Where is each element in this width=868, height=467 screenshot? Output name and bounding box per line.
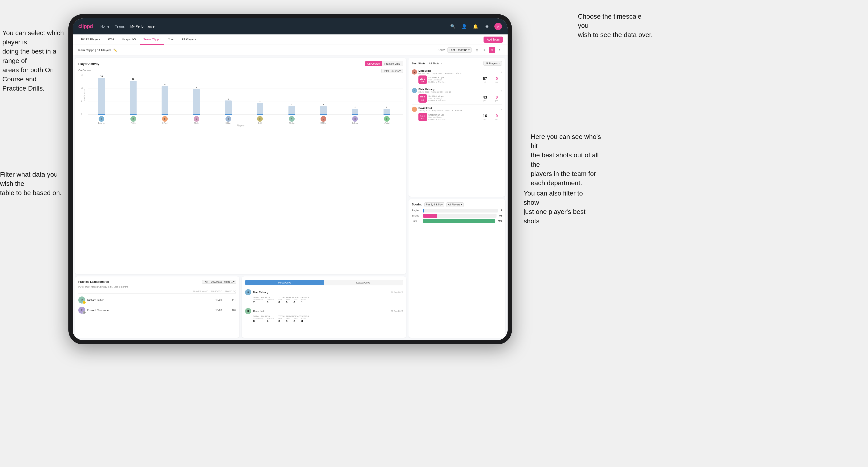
tab-team-clippd[interactable]: Team Clippd	[140, 34, 164, 45]
chevron-right-icon-2[interactable]: ›	[501, 107, 502, 111]
practice-player-info-0: R 1 Richard Butler	[78, 297, 208, 304]
shot-player-row-0: M Matt Miller 09 Jun 2023 · Royal North …	[412, 69, 502, 74]
chevron-right-icon-1[interactable]: ›	[501, 89, 502, 92]
show-label: Show:	[437, 49, 445, 52]
player-avatar-7[interactable]: M	[320, 116, 326, 122]
user-avatar[interactable]: A	[494, 23, 502, 30]
nav-teams[interactable]: Teams	[115, 25, 125, 28]
activity-toggle: On Course Practice Drills	[365, 61, 403, 66]
chart-section-title: On Course	[78, 69, 91, 72]
player-avatar-item-7: M M.Miller	[310, 116, 337, 124]
practice-dropdown[interactable]: PUTT Must Make Putting ... ▾	[202, 280, 236, 284]
shot-item-1[interactable]: B Blair McHarg 23 Jul 2023 · Aldridge GC…	[412, 86, 502, 105]
nav-my-performance[interactable]: My Performance	[130, 25, 154, 28]
rank-badge-1: 1	[83, 301, 86, 304]
shot-badge-0: 200 SG	[418, 75, 427, 84]
scoring-players-dropdown[interactable]: All Players ▾	[446, 203, 464, 207]
bar-3	[193, 89, 200, 115]
shot-item-2[interactable]: D David Ford 24 Aug 2023 · Royal North D…	[412, 105, 502, 123]
active-player-row-1[interactable]: R Rees Britt 02 Sep 2023 Total Rounds To…	[245, 306, 403, 325]
practice-name-1: Edward Crossman	[87, 309, 108, 312]
shot-details-0: 200 SG Shot Dist: 67 yds Start Lie: Roug…	[412, 75, 502, 84]
practice-title: Practice Leaderboards	[78, 280, 109, 283]
toggle-least-active[interactable]: Least Active	[324, 280, 403, 285]
plus-circle-icon[interactable]: ⊕	[483, 23, 491, 30]
bar-group-1: 12	[119, 78, 147, 115]
shot-course-2: 24 Aug 2023 · Royal North Devon GC, Hole…	[418, 110, 462, 112]
player-avatar-8[interactable]: E	[352, 116, 358, 122]
chevron-down-icon-players: ▾	[498, 62, 500, 65]
tab-pgat-players[interactable]: PGAT Players	[78, 34, 104, 45]
chevron-down-icon: ▾	[399, 69, 401, 72]
player-avatar-1[interactable]: R	[130, 116, 136, 122]
toggle-practice-drills[interactable]: Practice Drills	[382, 61, 403, 66]
active-date-1: 02 Sep 2023	[391, 310, 403, 312]
practice-row-0[interactable]: R 1 Richard Butler 19/20 110	[78, 295, 236, 305]
nav-home[interactable]: Home	[100, 25, 109, 28]
shot-course-1: 23 Jul 2023 · Aldridge GC, Hole 15	[418, 91, 451, 93]
active-player-row-0[interactable]: B Blair McHarg 26 Aug 2023 Total Rounds …	[245, 287, 403, 306]
player-avatar-0[interactable]: B	[99, 116, 104, 122]
grid-view-icon[interactable]: ⊞	[474, 47, 480, 53]
practice-row-1[interactable]: E 2 Edward Crossman 18/20 107	[78, 305, 236, 315]
tab-hcaps[interactable]: Hcaps 1-5	[118, 34, 140, 45]
player-avatar-3[interactable]: J	[194, 116, 199, 122]
heart-view-icon[interactable]: ♥	[489, 47, 495, 53]
shot-course-0: 09 Jun 2023 · Royal North Devon GC, Hole…	[418, 72, 462, 74]
annotation-bottom-left: Filter what data you wish the table to b…	[0, 170, 68, 198]
active-date-0: 26 Aug 2023	[391, 291, 403, 293]
scoring-par-dropdown[interactable]: Par 3, 4 & 5s ▾	[424, 203, 445, 207]
chart-filter-button[interactable]: Total Rounds ▾	[381, 69, 403, 73]
player-avatar-6[interactable]: R	[289, 116, 294, 122]
best-shots-filter[interactable]: Best Shots	[412, 62, 425, 65]
player-avatar-9[interactable]: L	[384, 116, 390, 122]
bar-group-4: 5	[215, 98, 242, 115]
practice-header: Practice Leaderboards PUTT Must Make Put…	[78, 280, 236, 284]
shot-stat-2-2: 0 yds	[492, 114, 502, 120]
scoring-row-birdies: Birdies 96	[412, 214, 502, 218]
rank-badge-2: 2	[83, 311, 86, 314]
best-shots-header: Best Shots | All Shots ▾ All Players ▾	[412, 61, 502, 66]
player-avatar-5[interactable]: O	[257, 116, 263, 122]
toggle-most-active[interactable]: Most Active	[245, 280, 324, 285]
practice-score-0: 19/20	[208, 299, 222, 302]
active-practice-1: Total Practice Activities GTT 0 APP	[278, 315, 309, 323]
right-panel: Best Shots | All Shots ▾ All Players ▾ M	[408, 55, 507, 340]
practice-player-info-1: E 2 Edward Crossman	[78, 307, 208, 314]
active-stats-1: Total Rounds Tournament 8 Practice	[245, 315, 403, 323]
player-avatar-2[interactable]: D	[162, 116, 168, 122]
tab-pga[interactable]: PGA	[104, 34, 118, 45]
bar-chart-area: Total Rounds 15 10 5 0 13	[78, 75, 403, 115]
add-team-button[interactable]: Add Team	[484, 36, 503, 43]
active-player-header-1: R Rees Britt 02 Sep 2023	[245, 308, 403, 314]
shot-item-0[interactable]: M Matt Miller 09 Jun 2023 · Royal North …	[412, 67, 502, 86]
tab-all-players[interactable]: All Players	[178, 34, 199, 45]
scoring-row-pars: Pars 499	[412, 219, 502, 223]
edit-icon[interactable]: ✏️	[113, 49, 117, 52]
users-icon[interactable]: 👤	[460, 23, 468, 30]
player-avatar-item-6: R R.Butler	[278, 116, 305, 124]
shot-player-name-1: Blair McHarg	[418, 88, 451, 91]
brand-logo: clippd	[78, 23, 93, 30]
all-shots-filter[interactable]: All Shots	[429, 62, 439, 65]
search-icon[interactable]: 🔍	[449, 23, 457, 30]
shot-dist-info-1: Shot Dist: 43 yds Start Lie: Rough End L…	[428, 95, 478, 102]
player-avatar-4[interactable]: E	[225, 116, 231, 122]
scoring-bar-pars	[423, 219, 495, 223]
bar-group-7: 3	[310, 103, 337, 115]
all-players-dropdown[interactable]: All Players ▾	[483, 61, 502, 66]
chevron-right-icon-0[interactable]: ›	[501, 70, 502, 74]
active-player-header-0: B Blair McHarg 26 Aug 2023	[245, 289, 403, 295]
player-avatar-item-8: E E.Cross	[341, 116, 369, 124]
tab-tour[interactable]: Tour	[164, 34, 178, 45]
show-dropdown[interactable]: Last 3 months ▾	[447, 48, 472, 53]
list-view-icon[interactable]: ≡	[481, 47, 488, 53]
active-practice-0: Total Practice Activities GTT 0 APP	[278, 296, 309, 304]
bell-icon[interactable]: 🔔	[472, 23, 479, 30]
tablet-screen: clippd Home Teams My Performance 🔍 👤 🔔 ⊕…	[73, 19, 507, 340]
col-player-name: PLAYER NAME	[78, 290, 208, 292]
filter-view-icon[interactable]: ⫶	[496, 47, 503, 53]
toggle-on-course[interactable]: On Course	[365, 61, 382, 66]
active-name-0: Blair McHarg	[253, 291, 268, 294]
nav-links: Home Teams My Performance	[100, 25, 154, 28]
